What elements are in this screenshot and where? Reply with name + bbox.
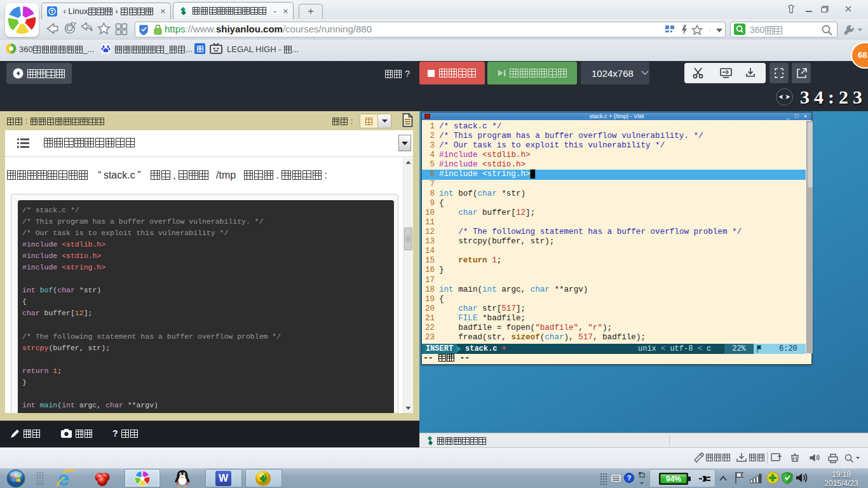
svg-text:94%: 94% — [666, 475, 681, 484]
svg-text:?: ? — [627, 474, 632, 482]
